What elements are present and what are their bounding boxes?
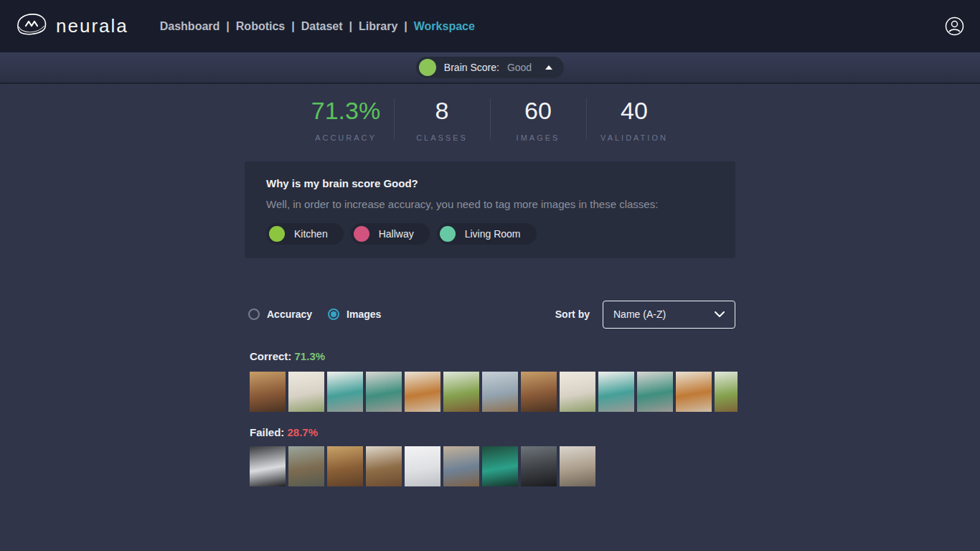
info-card-subtitle: Well, in order to increase accuracy, you… [266, 198, 714, 210]
radio-images[interactable]: Images [328, 309, 381, 320]
nav-separator: | [404, 20, 407, 33]
class-chip-kitchen[interactable]: Kitchen [266, 223, 344, 245]
brain-score-pill[interactable]: Brain Score: Good [416, 57, 564, 78]
thumbnail-atrium-trees[interactable] [715, 372, 738, 412]
thumbnail-cluttered-workshop[interactable] [366, 446, 402, 486]
sort-by-label: Sort by [555, 309, 590, 320]
nav-link-robotics[interactable]: Robotics [236, 20, 285, 33]
brain-score-info-card: Why is my brain score Good? Well, in ord… [245, 161, 735, 258]
stat-validation: 40 VALIDATION [587, 95, 682, 142]
stat-classes-label: CLASSES [395, 133, 490, 142]
class-chip-list: Kitchen Hallway Living Room [266, 223, 714, 245]
stat-classes-value: 8 [395, 97, 490, 125]
stat-classes: 8 CLASSES [395, 95, 490, 142]
radio-images-label: Images [347, 309, 381, 320]
sort-select-value: Name (A-Z) [613, 309, 666, 320]
stat-images-value: 60 [491, 97, 586, 125]
thumbnail-dark-room-bright-window[interactable] [250, 446, 286, 486]
thumbnail-teal-sofa[interactable] [366, 372, 402, 412]
nav-link-dataset[interactable]: Dataset [301, 20, 343, 33]
thumbnail-warm-library[interactable] [327, 446, 363, 486]
thumbnail-warm-living-room[interactable] [521, 372, 557, 412]
brain-score-label: Brain Score: [444, 62, 499, 73]
class-color-dot [269, 226, 285, 242]
nav-separator: | [349, 20, 352, 33]
stats-row: 71.3% ACCURACY 8 CLASSES 60 IMAGES 40 VA… [0, 95, 980, 142]
user-avatar-icon[interactable] [945, 17, 964, 36]
info-card-title: Why is my brain score Good? [266, 177, 714, 189]
brain-score-value: Good [507, 62, 532, 73]
class-color-dot [440, 226, 456, 242]
class-chip-living-room[interactable]: Living Room [437, 223, 537, 245]
correct-label-text: Correct: [250, 350, 291, 362]
thumbnail-grey-couch-teal-pillows[interactable] [598, 372, 634, 412]
main-navigation: Dashboard | Robotics | Dataset | Library… [160, 20, 475, 33]
thumbnail-glass-wall-room[interactable] [482, 372, 518, 412]
failed-percentage: 28.7% [288, 426, 319, 438]
radio-accuracy[interactable]: Accuracy [248, 309, 312, 320]
stat-images: 60 IMAGES [491, 95, 586, 142]
nav-separator: | [291, 20, 294, 33]
stat-images-label: IMAGES [491, 133, 586, 142]
stat-accuracy-value: 71.3% [298, 97, 394, 125]
radio-accuracy-label: Accuracy [267, 309, 312, 320]
thumbnail-bright-room-fireplace[interactable] [560, 372, 595, 412]
view-radio-group: Accuracy Images [248, 309, 381, 320]
class-chip-hallway[interactable]: Hallway [351, 223, 430, 245]
class-chip-label: Living Room [465, 228, 521, 240]
failed-thumbnail-row [250, 446, 738, 486]
stat-accuracy-label: ACCURACY [298, 133, 394, 142]
class-color-dot [354, 226, 369, 242]
failed-results-label: Failed: 28.7% [250, 426, 318, 438]
app-root: neurala Dashboard | Robotics | Dataset |… [0, 0, 980, 551]
thumbnail-dark-moody-room[interactable] [521, 446, 557, 486]
thumbnail-person-by-window[interactable] [560, 446, 595, 486]
brain-score-status-dot [419, 59, 436, 76]
top-navbar: neurala Dashboard | Robotics | Dataset |… [0, 0, 980, 52]
nav-link-dashboard[interactable]: Dashboard [160, 20, 220, 33]
stat-validation-value: 40 [587, 97, 682, 125]
thumbnail-person-standing[interactable] [443, 446, 479, 486]
class-chip-label: Kitchen [294, 228, 328, 240]
chevron-down-icon [715, 309, 725, 320]
radio-circle [248, 309, 260, 320]
nav-link-library[interactable]: Library [359, 20, 397, 33]
stat-accuracy: 71.3% ACCURACY [298, 95, 394, 142]
thumbnail-orange-cabinet-plants[interactable] [405, 372, 440, 412]
thumbnail-warm-living-room[interactable] [250, 372, 286, 412]
sort-control: Sort by Name (A-Z) [555, 301, 735, 329]
nav-link-workspace[interactable]: Workspace [414, 20, 475, 33]
thumbnail-white-console-table[interactable] [405, 446, 440, 486]
thumbnail-teal-sofa[interactable] [637, 372, 673, 412]
brand-logo[interactable]: neurala [16, 12, 128, 41]
class-chip-label: Hallway [379, 228, 414, 240]
correct-results-label: Correct: 71.3% [250, 350, 325, 362]
nav-separator: | [226, 20, 229, 33]
filter-controls-row: Accuracy Images Sort by Name (A-Z) [245, 300, 735, 329]
thumbnail-teal-couch-green-wall[interactable] [482, 446, 518, 486]
sort-select[interactable]: Name (A-Z) [603, 301, 735, 329]
thumbnail-atrium-trees[interactable] [443, 372, 479, 412]
thumbnail-orange-cabinet-plants[interactable] [676, 372, 712, 412]
stat-validation-label: VALIDATION [587, 133, 682, 142]
thumbnail-lounge-chairs-window[interactable] [288, 446, 324, 486]
neurala-brain-icon [16, 12, 47, 41]
brain-score-bar: Brain Score: Good [0, 52, 980, 84]
thumbnail-bright-room-fireplace[interactable] [288, 372, 324, 412]
radio-circle [328, 309, 339, 320]
caret-up-icon [545, 65, 552, 70]
correct-percentage: 71.3% [295, 350, 326, 362]
correct-thumbnail-row [250, 372, 738, 412]
brand-name: neurala [56, 15, 128, 37]
thumbnail-grey-couch-teal-pillows[interactable] [327, 372, 363, 412]
failed-label-text: Failed: [250, 426, 284, 438]
